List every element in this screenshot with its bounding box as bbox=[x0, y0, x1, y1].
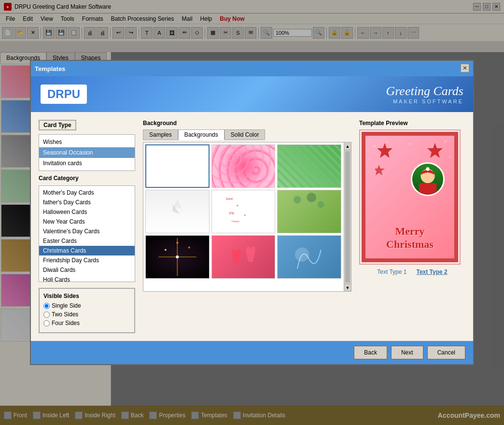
modal-body: Card Type Wishes Seasonal Occasion Invit… bbox=[31, 112, 473, 341]
svg-text:❄: ❄ bbox=[368, 149, 371, 154]
cancel-button[interactable]: Cancel bbox=[427, 346, 465, 359]
background-section: Background Samples Backgrounds Solid Col… bbox=[143, 120, 351, 333]
radio-two-label: Two Sides bbox=[52, 311, 78, 318]
bg-item-2[interactable] bbox=[211, 144, 276, 188]
radio-single-side[interactable]: Single Side bbox=[43, 302, 130, 309]
brand-subtitle: MAKER SOFTWARE bbox=[386, 99, 463, 104]
brand-logo: DRPU bbox=[41, 85, 87, 104]
cat-valentines[interactable]: Valentine's Day Cards bbox=[39, 227, 135, 236]
bg-tab-backgrounds[interactable]: Backgrounds bbox=[178, 129, 224, 140]
cat-diwali[interactable]: Diwali Cards bbox=[39, 265, 135, 275]
radio-two-input[interactable] bbox=[43, 312, 50, 318]
visible-sides-label: Visible Sides bbox=[43, 293, 130, 299]
radio-two-sides[interactable]: Two Sides bbox=[43, 311, 130, 318]
bg-item-5[interactable]: love ♥ joy ★ happy bbox=[211, 190, 276, 233]
svg-rect-29 bbox=[419, 183, 437, 195]
svg-text:★: ★ bbox=[243, 213, 246, 217]
modal-brand-header: DRPU Greeting Cards MAKER SOFTWARE bbox=[31, 76, 473, 112]
radio-four-label: Four Sides bbox=[52, 320, 80, 326]
cat-friendship[interactable]: Friendship Day Cards bbox=[39, 255, 135, 265]
category-section: Card Category Mother's Day Cards father'… bbox=[39, 175, 135, 282]
svg-point-21 bbox=[449, 156, 451, 158]
card-type-section: Card Type Wishes Seasonal Occasion Invit… bbox=[39, 120, 135, 333]
scroll-thumb bbox=[345, 151, 350, 283]
background-title: Background bbox=[143, 120, 351, 127]
bg-grid-wrapper: love ♥ joy ★ happy bbox=[143, 142, 351, 292]
bg-item-1[interactable] bbox=[145, 144, 210, 188]
category-list: Mother's Day Cards father's Day Cards Ha… bbox=[39, 185, 135, 282]
template-preview-section: Template Preview bbox=[359, 120, 465, 333]
bg-item-6[interactable] bbox=[277, 190, 341, 233]
radio-four-sides[interactable]: Four Sides bbox=[43, 320, 130, 326]
bg-item-7[interactable] bbox=[145, 235, 210, 279]
bg-tab-samples[interactable]: Samples bbox=[143, 129, 178, 140]
cat-mothers[interactable]: Mother's Day Cards bbox=[39, 188, 135, 198]
templates-modal: Templates ✕ DRPU Greeting Cards MAKER SO… bbox=[30, 60, 474, 365]
modal-footer: Back Next Cancel bbox=[31, 341, 473, 364]
modal-header: Templates bbox=[31, 61, 473, 76]
svg-point-14 bbox=[295, 247, 309, 261]
preview-card: ❄ ❄ ❄ bbox=[362, 132, 458, 262]
radio-four-input[interactable] bbox=[43, 320, 50, 326]
svg-point-6 bbox=[307, 193, 317, 202]
svg-marker-27 bbox=[427, 143, 443, 158]
svg-marker-25 bbox=[377, 143, 392, 158]
radio-single-input[interactable] bbox=[43, 303, 50, 309]
preview-title: Template Preview bbox=[359, 120, 465, 127]
svg-point-11 bbox=[176, 242, 178, 244]
modal-title: Templates bbox=[35, 65, 65, 72]
svg-marker-26 bbox=[375, 165, 385, 175]
star-decoration-1 bbox=[375, 141, 394, 181]
card-type-list: Wishes Seasonal Occasion Invitation card… bbox=[39, 134, 135, 171]
card-type-invitation[interactable]: Invitation cards bbox=[39, 158, 135, 169]
bg-grid: love ♥ joy ★ happy bbox=[145, 144, 341, 279]
scroll-down-btn[interactable]: ▼ bbox=[344, 283, 351, 291]
svg-point-17 bbox=[408, 142, 411, 145]
modal-close-button[interactable]: ✕ bbox=[461, 64, 469, 72]
svg-point-12 bbox=[165, 249, 167, 251]
modal-overlay: Templates ✕ DRPU Greeting Cards MAKER SO… bbox=[0, 0, 504, 425]
cat-newyear[interactable]: New Year Cards bbox=[39, 217, 135, 227]
visible-sides-section: Visible Sides Single Side Two Sides Four… bbox=[39, 288, 135, 333]
card-type-label: Card Type bbox=[39, 120, 76, 130]
text-type-row: Text Type 1 Text Type 2 bbox=[359, 269, 465, 275]
svg-text:joy: joy bbox=[229, 211, 234, 215]
scroll-up-btn[interactable]: ▲ bbox=[344, 142, 351, 150]
bg-item-3[interactable] bbox=[277, 144, 341, 188]
svg-point-20 bbox=[369, 158, 371, 160]
bg-tabs: Samples Backgrounds Solid Color bbox=[143, 129, 351, 140]
svg-text:♥: ♥ bbox=[236, 204, 238, 207]
svg-text:happy: happy bbox=[232, 220, 239, 223]
brand-title: Greeting Cards bbox=[386, 84, 463, 99]
svg-point-10 bbox=[176, 255, 179, 258]
bg-item-4[interactable] bbox=[145, 190, 210, 233]
category-title: Card Category bbox=[39, 175, 135, 182]
cat-halloween[interactable]: Halloween Cards bbox=[39, 207, 135, 217]
back-button[interactable]: Back bbox=[354, 346, 387, 359]
preview-box: ❄ ❄ ❄ bbox=[359, 129, 461, 265]
cat-easter[interactable]: Easter Cards bbox=[39, 236, 135, 246]
bg-scrollbar[interactable]: ▲ ▼ bbox=[344, 142, 351, 292]
radio-single-label: Single Side bbox=[52, 302, 81, 309]
text-type2-link[interactable]: Text Type 2 bbox=[416, 269, 447, 275]
cat-christmas[interactable]: Christmas Cards bbox=[39, 246, 135, 255]
svg-point-13 bbox=[188, 246, 190, 248]
bg-grid-outer: love ♥ joy ★ happy bbox=[143, 142, 351, 292]
svg-point-31 bbox=[426, 167, 429, 170]
cat-holi[interactable]: Holi Cards bbox=[39, 275, 135, 282]
text-type1-link[interactable]: Text Type 1 bbox=[377, 269, 406, 275]
next-button[interactable]: Next bbox=[391, 346, 423, 359]
bg-item-8[interactable] bbox=[211, 235, 276, 279]
svg-point-7 bbox=[318, 201, 324, 208]
card-type-wishes[interactable]: Wishes bbox=[39, 137, 135, 147]
santa-circle bbox=[411, 162, 445, 196]
bg-tab-solid[interactable]: Solid Color bbox=[224, 129, 266, 140]
cat-fathers[interactable]: father's Day Cards bbox=[39, 198, 135, 207]
svg-text:love: love bbox=[226, 197, 233, 201]
preview-text: MerryChristmas bbox=[386, 225, 434, 251]
card-type-seasonal[interactable]: Seasonal Occasion bbox=[39, 147, 135, 158]
svg-text:❄: ❄ bbox=[403, 154, 406, 158]
bg-item-9[interactable] bbox=[277, 235, 341, 279]
svg-point-5 bbox=[294, 196, 301, 204]
